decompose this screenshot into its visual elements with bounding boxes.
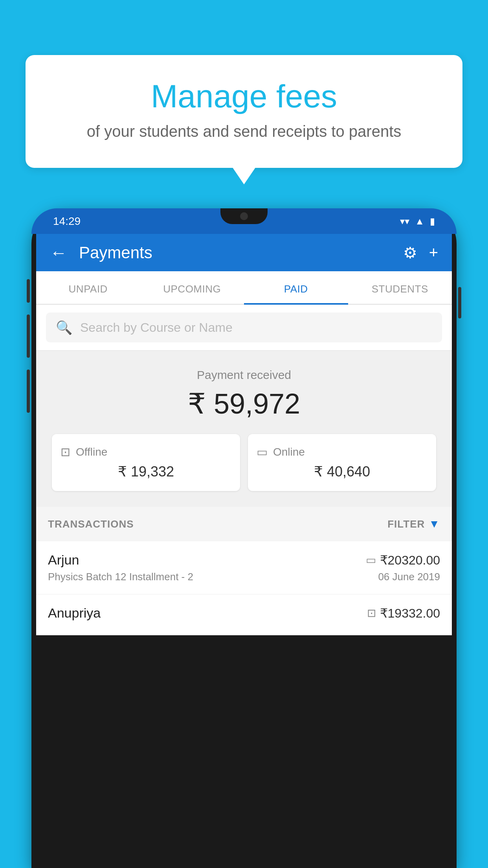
payment-total-amount: ₹ 59,972 bbox=[48, 387, 440, 420]
phone-frame: 14:29 ▾▾ ▲ ▮ ← Payments ⚙ + UNPAID UPCOM… bbox=[31, 208, 457, 868]
search-icon: 🔍 bbox=[56, 320, 72, 335]
back-button[interactable]: ← bbox=[50, 243, 67, 263]
status-icons: ▾▾ ▲ ▮ bbox=[400, 216, 435, 227]
search-input[interactable]: Search by Course or Name bbox=[80, 320, 233, 335]
transaction-amount-wrap-1: ▭ ₹20320.00 bbox=[366, 553, 440, 568]
app-bar: ← Payments ⚙ + bbox=[36, 234, 452, 271]
tab-students[interactable]: STUDENTS bbox=[348, 271, 452, 304]
wifi-icon: ▾▾ bbox=[400, 216, 409, 227]
status-bar: 14:29 ▾▾ ▲ ▮ bbox=[31, 208, 457, 234]
search-bar[interactable]: 🔍 Search by Course or Name bbox=[46, 313, 442, 342]
signal-icon: ▲ bbox=[415, 216, 424, 227]
tab-upcoming[interactable]: UPCOMING bbox=[140, 271, 244, 304]
filter-label: FILTER bbox=[387, 518, 425, 530]
offline-label: Offline bbox=[76, 446, 107, 458]
transaction-top-2: Anupriya ⊡ ₹19332.00 bbox=[48, 605, 440, 621]
volume-down-button bbox=[27, 370, 30, 413]
transaction-payment-icon-2: ⊡ bbox=[367, 607, 376, 620]
payment-received-label: Payment received bbox=[48, 368, 440, 382]
transaction-name-2: Anupriya bbox=[48, 605, 101, 621]
online-amount: ₹ 40,640 bbox=[257, 463, 427, 480]
tab-unpaid[interactable]: UNPAID bbox=[36, 271, 140, 304]
payment-summary: Payment received ₹ 59,972 ⊡ Offline ₹ 19… bbox=[36, 351, 452, 507]
offline-card: ⊡ Offline ₹ 19,332 bbox=[52, 434, 240, 491]
online-card-header: ▭ Online bbox=[257, 445, 427, 459]
phone-screen: ← Payments ⚙ + UNPAID UPCOMING PAID STUD… bbox=[36, 234, 452, 635]
online-label: Online bbox=[273, 446, 305, 458]
transactions-header: TRANSACTIONS FILTER ▼ bbox=[36, 507, 452, 541]
transaction-name-1: Arjun bbox=[48, 552, 79, 568]
transaction-amount-2: ₹19332.00 bbox=[380, 606, 440, 621]
transaction-row[interactable]: Anupriya ⊡ ₹19332.00 bbox=[36, 594, 452, 635]
volume-up-button bbox=[27, 314, 30, 358]
status-time: 14:29 bbox=[53, 215, 81, 228]
transaction-course-1: Physics Batch 12 Installment - 2 bbox=[48, 571, 193, 583]
settings-icon[interactable]: ⚙ bbox=[403, 244, 417, 262]
payment-cards: ⊡ Offline ₹ 19,332 ▭ Online ₹ 40,640 bbox=[48, 434, 440, 491]
offline-card-header: ⊡ Offline bbox=[61, 445, 231, 459]
phone-notch bbox=[220, 208, 268, 224]
app-bar-title: Payments bbox=[79, 243, 391, 262]
add-icon[interactable]: + bbox=[429, 244, 438, 261]
tab-paid[interactable]: PAID bbox=[244, 271, 348, 304]
transaction-payment-icon-1: ▭ bbox=[366, 554, 376, 566]
online-icon: ▭ bbox=[257, 445, 268, 459]
transaction-sub-1: Physics Batch 12 Installment - 2 06 June… bbox=[48, 571, 440, 583]
transaction-row[interactable]: Arjun ▭ ₹20320.00 Physics Batch 12 Insta… bbox=[36, 541, 452, 594]
transaction-amount-wrap-2: ⊡ ₹19332.00 bbox=[367, 606, 440, 621]
filter-button[interactable]: FILTER ▼ bbox=[387, 518, 440, 530]
bubble-title: Manage fees bbox=[45, 79, 443, 114]
battery-icon: ▮ bbox=[430, 216, 435, 227]
bubble-subtitle: of your students and send receipts to pa… bbox=[45, 123, 443, 140]
tabs-bar: UNPAID UPCOMING PAID STUDENTS bbox=[36, 271, 452, 305]
transaction-amount-1: ₹20320.00 bbox=[380, 553, 440, 568]
notch-camera bbox=[240, 212, 248, 220]
mute-button bbox=[27, 279, 30, 303]
offline-amount: ₹ 19,332 bbox=[61, 463, 231, 480]
search-container: 🔍 Search by Course or Name bbox=[36, 305, 452, 351]
transaction-date-1: 06 June 2019 bbox=[378, 571, 440, 583]
power-button bbox=[458, 287, 461, 318]
transaction-top-1: Arjun ▭ ₹20320.00 bbox=[48, 552, 440, 568]
offline-icon: ⊡ bbox=[61, 445, 70, 459]
filter-icon: ▼ bbox=[429, 518, 440, 530]
online-card: ▭ Online ₹ 40,640 bbox=[248, 434, 436, 491]
transactions-label: TRANSACTIONS bbox=[48, 518, 134, 530]
app-bar-actions: ⚙ + bbox=[403, 244, 438, 262]
speech-bubble: Manage fees of your students and send re… bbox=[26, 55, 462, 168]
